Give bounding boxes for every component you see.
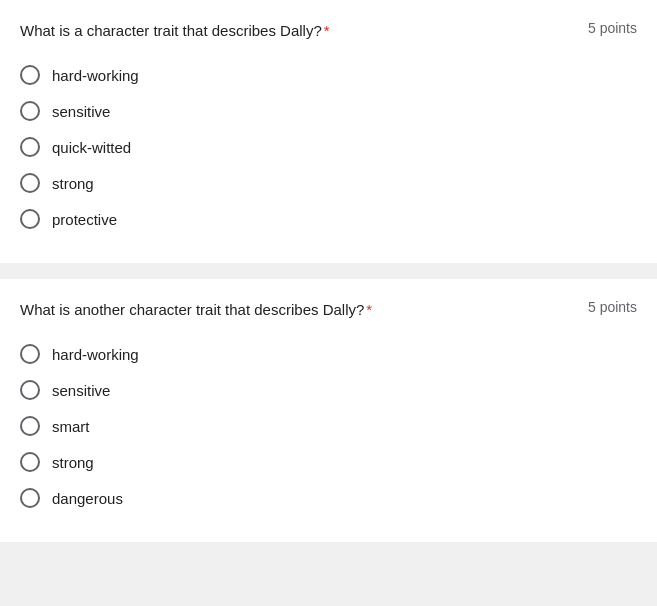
question-1-options: hard-working sensitive quick-witted stro…	[20, 61, 637, 233]
radio-smart-q2[interactable]	[20, 416, 40, 436]
option-label: dangerous	[52, 490, 123, 507]
radio-dangerous-q2[interactable]	[20, 488, 40, 508]
option-label: hard-working	[52, 67, 139, 84]
question-1-header: What is a character trait that describes…	[20, 20, 637, 41]
radio-strong-q2[interactable]	[20, 452, 40, 472]
radio-protective-q1[interactable]	[20, 209, 40, 229]
question-2-header: What is another character trait that des…	[20, 299, 637, 320]
question-2-required: *	[366, 301, 372, 318]
radio-sensitive-q1[interactable]	[20, 101, 40, 121]
question-1-points: 5 points	[588, 20, 637, 36]
list-item: dangerous	[20, 484, 637, 512]
question-2-text: What is another character trait that des…	[20, 299, 588, 320]
radio-sensitive-q2[interactable]	[20, 380, 40, 400]
section-divider	[0, 271, 657, 279]
option-label: protective	[52, 211, 117, 228]
radio-strong-q1[interactable]	[20, 173, 40, 193]
question-2-label: What is another character trait that des…	[20, 301, 364, 318]
option-label: strong	[52, 454, 94, 471]
list-item: sensitive	[20, 376, 637, 404]
list-item: protective	[20, 205, 637, 233]
option-label: strong	[52, 175, 94, 192]
list-item: strong	[20, 448, 637, 476]
list-item: hard-working	[20, 340, 637, 368]
radio-hard-working-q1[interactable]	[20, 65, 40, 85]
question-2-section: What is another character trait that des…	[0, 279, 657, 542]
question-1-section: What is a character trait that describes…	[0, 0, 657, 263]
option-label: hard-working	[52, 346, 139, 363]
question-2-points: 5 points	[588, 299, 637, 315]
option-label: quick-witted	[52, 139, 131, 156]
radio-quick-witted-q1[interactable]	[20, 137, 40, 157]
radio-hard-working-q2[interactable]	[20, 344, 40, 364]
question-1-label: What is a character trait that describes…	[20, 22, 322, 39]
list-item: strong	[20, 169, 637, 197]
list-item: sensitive	[20, 97, 637, 125]
option-label: smart	[52, 418, 90, 435]
question-2-options: hard-working sensitive smart strong dang…	[20, 340, 637, 512]
list-item: quick-witted	[20, 133, 637, 161]
option-label: sensitive	[52, 382, 110, 399]
question-1-required: *	[324, 22, 330, 39]
option-label: sensitive	[52, 103, 110, 120]
list-item: hard-working	[20, 61, 637, 89]
list-item: smart	[20, 412, 637, 440]
question-1-text: What is a character trait that describes…	[20, 20, 588, 41]
